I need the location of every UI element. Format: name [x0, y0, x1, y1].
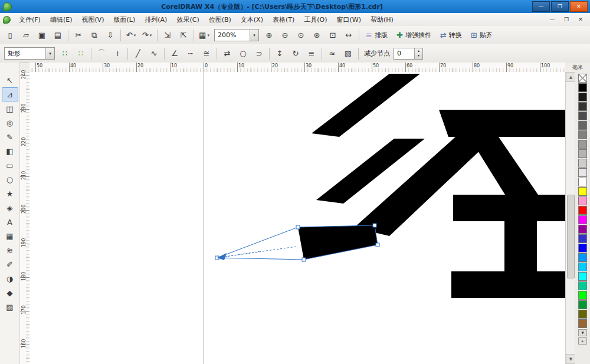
crop-tool[interactable]: ◫	[2, 101, 18, 116]
color-swatch[interactable]	[578, 272, 587, 281]
menu-table[interactable]: 表格(T)	[268, 14, 299, 26]
reverse-direction-button[interactable]: ⇄	[219, 46, 235, 61]
menu-edit[interactable]: 编辑(E)	[45, 14, 77, 26]
reduce-nodes-input[interactable]: 0▴▾	[394, 48, 423, 60]
polygon-tool[interactable]: ★	[2, 186, 18, 201]
minimize-button[interactable]: —	[532, 1, 550, 12]
pick-tool[interactable]: ↖	[2, 73, 18, 87]
zoom-out-button[interactable]: ⊖	[277, 28, 293, 43]
menu-view[interactable]: 视图(V)	[77, 14, 109, 26]
menu-tools[interactable]: 工具(O)	[299, 14, 332, 26]
color-swatch[interactable]	[578, 83, 587, 92]
application-launcher-button[interactable]: ▦▾	[196, 28, 212, 43]
export-button[interactable]: ⇱	[176, 28, 191, 43]
horizontal-ruler[interactable]: 50403020100102030405060708090100	[30, 63, 565, 73]
zoom-page-width-button[interactable]: ↔	[341, 28, 356, 43]
print-button[interactable]: ▤	[50, 28, 65, 43]
palette-flyout-button[interactable]: ▸	[578, 337, 587, 345]
symmetric-node-button[interactable]: ≅	[199, 46, 214, 61]
color-swatch[interactable]	[578, 102, 587, 111]
color-swatch[interactable]	[578, 121, 587, 130]
zoom-level[interactable]: 200%▾	[214, 29, 259, 41]
delete-node-button[interactable]: ∷	[73, 46, 88, 61]
color-swatch[interactable]	[578, 291, 587, 300]
color-swatch[interactable]	[578, 196, 587, 205]
smooth-node-button[interactable]: ∽	[183, 46, 198, 61]
chevron-down-icon[interactable]: ▾	[207, 33, 209, 38]
freehand-tool[interactable]: ✎	[2, 130, 18, 144]
add-node-button[interactable]: ∷	[57, 46, 73, 61]
text-tool[interactable]: A	[2, 215, 18, 229]
open-button[interactable]: ▱	[18, 28, 34, 43]
color-swatch[interactable]	[578, 300, 587, 309]
ellipse-tool[interactable]: ○	[2, 172, 18, 186]
color-swatch[interactable]	[578, 93, 587, 101]
smart-fill-tool[interactable]: ◧	[2, 144, 18, 158]
color-swatch[interactable]	[578, 215, 587, 224]
menu-file[interactable]: 文件(F)	[14, 14, 45, 26]
import-button[interactable]: ⇲	[160, 28, 175, 43]
text-object-strokes[interactable]	[298, 74, 565, 298]
blend-tool[interactable]: ≋	[2, 243, 18, 257]
elastic-mode-button[interactable]: ≈	[324, 46, 340, 61]
palette-scroll-down-button[interactable]: ▼	[578, 329, 587, 336]
color-swatch[interactable]	[578, 159, 587, 168]
zoom-page-button[interactable]: ⊡	[325, 28, 340, 43]
close-curve-button[interactable]: ○	[235, 46, 251, 61]
typeset-button[interactable]: ≡排版	[362, 28, 392, 43]
mdi-restore-button[interactable]: ❐	[562, 17, 571, 22]
color-swatch[interactable]	[578, 310, 587, 319]
convert-to-line-button[interactable]: ╱	[130, 46, 146, 61]
color-swatch[interactable]	[578, 263, 587, 271]
color-swatch[interactable]	[578, 112, 587, 120]
chevron-down-icon[interactable]: ▾	[134, 33, 136, 38]
color-swatch[interactable]	[578, 187, 587, 196]
rotate-nodes-button[interactable]: ↻	[288, 46, 303, 61]
enhanced-plugins-button[interactable]: ✚增强插件	[392, 28, 435, 43]
eyedropper-tool[interactable]: ✐	[2, 257, 18, 271]
chevron-down-icon[interactable]: ▾	[150, 33, 152, 38]
menu-bitmaps[interactable]: 位图(B)	[204, 14, 236, 26]
chevron-down-icon[interactable]: ▾	[250, 29, 258, 41]
snap-button[interactable]: ⊞贴齐	[467, 28, 497, 43]
color-swatch[interactable]	[578, 206, 587, 215]
preset-list[interactable]: 矩形▾	[4, 47, 55, 60]
basic-shapes-tool[interactable]: ◈	[2, 201, 18, 215]
spin-up-icon[interactable]: ▴	[415, 48, 422, 53]
color-swatch[interactable]	[578, 225, 587, 234]
rectangle-tool[interactable]: ▭	[2, 158, 18, 172]
cusp-node-button[interactable]: ∠	[167, 46, 182, 61]
no-color-swatch[interactable]	[578, 74, 587, 83]
redo-button[interactable]: ↷▾	[139, 28, 155, 43]
zoom-selected-button[interactable]: ⊙	[293, 28, 309, 43]
reduce-nodes-input-stepper[interactable]: ▴▾	[414, 48, 422, 59]
color-swatch[interactable]	[578, 149, 587, 158]
copy-button[interactable]: ⧉	[87, 28, 102, 43]
table-tool[interactable]: ▦	[2, 229, 18, 243]
save-button[interactable]: ▣	[34, 28, 50, 43]
new-document-button[interactable]: ▯	[2, 28, 18, 43]
color-swatch[interactable]	[578, 244, 587, 252]
color-swatch[interactable]	[578, 168, 587, 177]
close-button[interactable]: ✕	[570, 1, 588, 12]
color-swatch[interactable]	[578, 178, 587, 186]
color-swatch[interactable]	[578, 319, 587, 328]
spin-down-icon[interactable]: ▾	[415, 53, 422, 58]
paste-button[interactable]: ⇩	[103, 28, 118, 43]
zoom-in-button[interactable]: ⊕	[261, 28, 277, 43]
drawing-canvas[interactable]	[30, 72, 565, 364]
select-all-nodes-button[interactable]: ▧	[340, 46, 356, 61]
color-swatch[interactable]	[578, 130, 587, 139]
convert-to-curve-button[interactable]: ∿	[146, 46, 162, 61]
color-swatch[interactable]	[578, 253, 587, 262]
zoom-all-objects-button[interactable]: ⊛	[309, 28, 324, 43]
menu-window[interactable]: 窗口(W)	[332, 14, 366, 26]
chevron-down-icon[interactable]: ▾	[45, 48, 54, 59]
mdi-minimize-button[interactable]: —	[548, 17, 557, 22]
shape-tool[interactable]: ⊿	[2, 87, 18, 101]
scrollbar-thumb[interactable]	[567, 195, 575, 278]
convert-button[interactable]: ⇄转换	[436, 28, 466, 43]
fill-tool[interactable]: ◆	[2, 286, 18, 300]
color-swatch[interactable]	[578, 140, 587, 149]
undo-button[interactable]: ↶▾	[123, 28, 139, 43]
